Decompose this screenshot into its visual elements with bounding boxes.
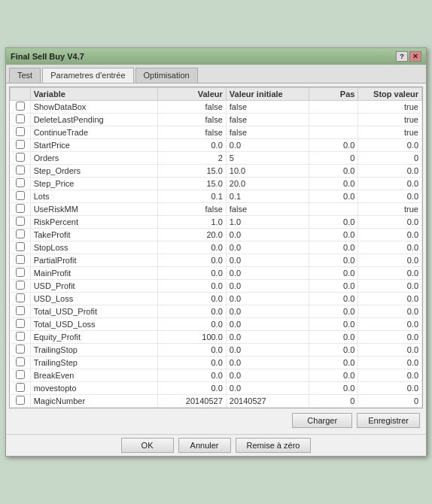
row-value: 20140527 [157, 395, 226, 408]
row-checkbox[interactable] [16, 332, 25, 341]
row-initial: 0.0 [226, 241, 309, 254]
row-pas [309, 126, 358, 139]
row-variable-name: MainProfit [30, 267, 157, 280]
row-checkbox[interactable] [16, 396, 25, 405]
table-row: Orders2500 [11, 152, 422, 165]
col-valeur: Valeur [157, 88, 226, 101]
row-checkbox[interactable] [16, 255, 25, 264]
row-initial: 20140527 [226, 395, 309, 408]
row-pas: 0.0 [309, 305, 358, 318]
row-checkbox-cell [11, 165, 31, 178]
row-stop: 0.0 [358, 318, 422, 331]
row-value: false [157, 101, 226, 114]
row-initial: 0.0 [226, 293, 309, 305]
row-checkbox[interactable] [16, 268, 25, 277]
row-variable-name: USD_Profit [30, 280, 157, 293]
row-initial: 1.0 [226, 216, 309, 229]
row-pas: 0.0 [309, 280, 358, 293]
table-row: Total_USD_Profit0.00.00.00.0 [11, 305, 422, 318]
table-row: MagicNumber201405272014052700 [11, 395, 422, 408]
row-stop: 0.0 [358, 178, 422, 190]
table-row: StopLoss0.00.00.00.0 [11, 241, 422, 254]
row-initial: 0.0 [226, 331, 309, 344]
row-initial: 0.0 [226, 267, 309, 280]
row-variable-name: Step_Price [30, 178, 157, 190]
row-variable-name: DeleteLastPending [30, 114, 157, 126]
help-button[interactable]: ? [396, 51, 408, 62]
row-initial: 5 [226, 152, 309, 165]
row-checkbox[interactable] [16, 204, 25, 213]
annuler-button[interactable]: Annuler [178, 438, 231, 453]
row-initial: false [226, 203, 309, 216]
title-bar: Final Sell Buy V4.7 ? ✕ [6, 48, 426, 65]
row-variable-name: Lots [30, 190, 157, 203]
row-checkbox[interactable] [16, 370, 25, 379]
row-value: 0.0 [157, 357, 226, 369]
row-checkbox-cell [11, 267, 31, 280]
row-variable-name: BreakEven [30, 369, 157, 382]
row-checkbox-cell [11, 357, 31, 369]
row-variable-name: TakeProfit [30, 229, 157, 241]
table-row: Lots0.10.10.00.0 [11, 190, 422, 203]
row-checkbox[interactable] [16, 217, 25, 226]
row-variable-name: Orders [30, 152, 157, 165]
row-checkbox[interactable] [16, 383, 25, 392]
col-stop-valeur: Stop valeur [358, 88, 422, 101]
row-checkbox[interactable] [16, 319, 25, 328]
row-initial: 0.0 [226, 382, 309, 395]
tab-test[interactable]: Test [9, 68, 41, 83]
row-value: 0.0 [157, 369, 226, 382]
row-stop: 0.0 [358, 190, 422, 203]
remise-button[interactable]: Remise à zéro [236, 438, 312, 453]
row-checkbox[interactable] [16, 153, 25, 162]
row-pas: 0.0 [309, 165, 358, 178]
row-checkbox[interactable] [16, 191, 25, 200]
row-variable-name: StopLoss [30, 241, 157, 254]
row-checkbox[interactable] [16, 357, 25, 366]
row-checkbox[interactable] [16, 140, 25, 149]
row-stop: 0.0 [358, 331, 422, 344]
row-checkbox-cell [11, 139, 31, 152]
row-stop: true [358, 203, 422, 216]
row-checkbox[interactable] [16, 281, 25, 290]
table-row: USD_Profit0.00.00.00.0 [11, 280, 422, 293]
row-stop: 0.0 [358, 254, 422, 267]
row-checkbox[interactable] [16, 293, 25, 302]
row-checkbox-cell [11, 305, 31, 318]
close-button[interactable]: ✕ [409, 51, 421, 62]
row-variable-name: MagicNumber [30, 395, 157, 408]
row-checkbox-cell [11, 280, 31, 293]
row-pas: 0.0 [309, 369, 358, 382]
row-variable-name: TrailingStep [30, 357, 157, 369]
row-checkbox[interactable] [16, 242, 25, 251]
row-pas: 0 [309, 152, 358, 165]
row-checkbox[interactable] [16, 178, 25, 187]
row-value: 0.0 [157, 305, 226, 318]
charger-button[interactable]: Charger [292, 413, 352, 428]
row-checkbox[interactable] [16, 229, 25, 238]
ok-button[interactable]: OK [121, 438, 174, 453]
row-stop: true [358, 101, 422, 114]
row-checkbox[interactable] [16, 127, 25, 136]
row-stop: 0.0 [358, 165, 422, 178]
row-checkbox[interactable] [16, 102, 25, 111]
row-stop: 0.0 [358, 357, 422, 369]
enregistrer-button[interactable]: Enregistrer [357, 413, 420, 428]
row-stop: 0.0 [358, 216, 422, 229]
table-row: RiskPercent1.01.00.00.0 [11, 216, 422, 229]
row-checkbox[interactable] [16, 114, 25, 123]
row-checkbox-cell [11, 101, 31, 114]
row-pas [309, 114, 358, 126]
tab-optimisation[interactable]: Optimisation [135, 68, 198, 83]
row-checkbox-cell [11, 203, 31, 216]
content-area: Variable Valeur Valeur initiale Pas Stop… [6, 83, 426, 434]
tab-parametres[interactable]: Parametres d'entrée [42, 68, 133, 83]
row-checkbox[interactable] [16, 345, 25, 354]
row-checkbox[interactable] [16, 165, 25, 175]
row-checkbox-cell [11, 190, 31, 203]
row-initial: 0.0 [226, 254, 309, 267]
row-stop: 0.0 [358, 382, 422, 395]
row-checkbox[interactable] [16, 306, 25, 315]
row-pas: 0.0 [309, 216, 358, 229]
row-value: 0.1 [157, 190, 226, 203]
